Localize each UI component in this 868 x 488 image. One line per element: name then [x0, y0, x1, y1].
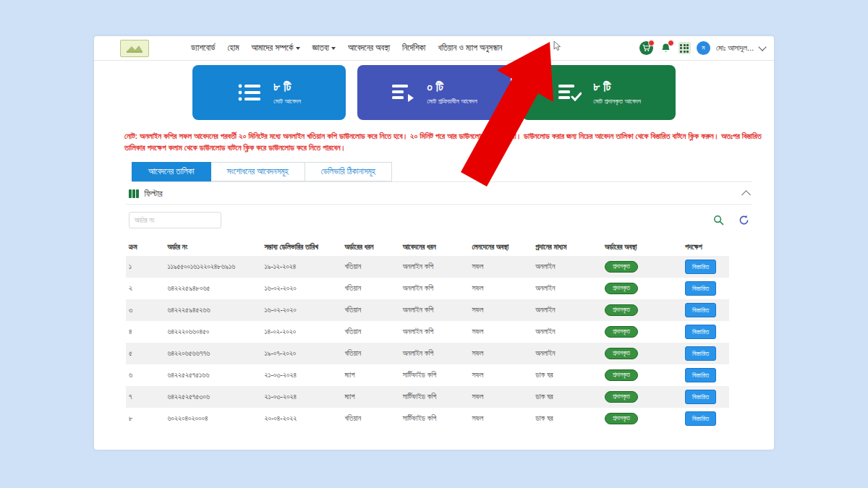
column-header: লেনদেনের অবস্থা	[469, 239, 532, 256]
table-cell: ৬৪২২০৬৫৬৬৭৭৬	[164, 343, 261, 364]
card-total-applications[interactable]: ৮ টিমোট আবেদন	[192, 65, 346, 120]
nav-item-guideline[interactable]: নির্দেশিকা	[402, 43, 425, 53]
table-cell: সফল	[469, 256, 532, 278]
table-row: ৩৬৪২২২৫৯৪৫২৬৬১৬-০২-২০২০খতিয়ানঅনলাইন কপি…	[126, 299, 729, 321]
applications-table: ক্রমঅর্ডার নংসম্ভাব্য ডেলিভারির তারিখঅর্…	[126, 239, 729, 429]
user-name: মোঃ আসাদুল...	[716, 43, 754, 53]
column-header: সম্ভাব্য ডেলিভারির তারিখ	[261, 239, 341, 256]
table-row: ৮৬০২২০৪০২০০০৪২০-০৪-২০২২খতিয়ানসার্টিফাইড…	[126, 408, 729, 429]
details-button[interactable]: বিস্তারিত	[685, 325, 716, 339]
table-cell: ৩	[126, 299, 164, 321]
action-cell: বিস্তারিত	[682, 321, 729, 343]
tab-delivery-addresses[interactable]: ডেলিভারি ঠিকানাসমূহ	[305, 162, 392, 181]
action-cell: বিস্তারিত	[682, 278, 729, 299]
summary-cards: ৮ টিমোট আবেদন ০ টিমোট প্রক্রিয়াধীন আবেদ…	[94, 65, 774, 120]
nav-item-application-status[interactable]: আবেদনের অবস্থা	[348, 43, 390, 53]
avatar-letter: ম	[702, 44, 705, 52]
refresh-icon[interactable]	[739, 215, 749, 226]
order-status-cell: প্রদানকৃত	[602, 386, 682, 408]
details-button[interactable]: বিস্তারিত	[685, 260, 716, 274]
table-row: ৫৬৪২২০৬৫৬৬৭৭৬১৯-০৭-২০২০খতিয়ানঅনলাইন কপি…	[126, 343, 729, 364]
notifications-button[interactable]	[659, 41, 673, 55]
table-row: ৭৬৪২২৫২৫৭৫৩০৬২১-০৩-২০২৪ম্যাপসার্টিফাইড ক…	[126, 386, 729, 408]
action-cell: বিস্তারিত	[682, 299, 729, 321]
order-status-cell: প্রদানকৃত	[602, 408, 682, 429]
status-badge: প্রদানকৃত	[605, 261, 638, 273]
table-cell: ২০-০৪-২০২২	[261, 408, 341, 429]
table-cell: ২১-০৩-২০২৪	[261, 386, 341, 408]
nav-item-about[interactable]: আমাদের সম্পর্কে	[251, 43, 299, 53]
nav-menu: ড্যাশবোর্ড হোম আমাদের সম্পর্কে জ্ঞাতব্য …	[191, 43, 502, 53]
action-cell: বিস্তারিত	[682, 256, 729, 278]
apps-grid-icon[interactable]	[678, 42, 691, 54]
navbar-right: ম মোঃ আসাদুল...	[639, 41, 765, 55]
card-delivered-applications[interactable]: ৮ টিমোট প্রদানকৃত আবেদন	[522, 65, 676, 120]
card-processing-applications[interactable]: ০ টিমোট প্রক্রিয়াধীন আবেদন	[357, 65, 511, 120]
tab-bar: আবেদনের তালিকা সংশোধনের আবেদনসমূহ ডেলিভা…	[132, 162, 752, 182]
table-cell: অনলাইন কপি	[400, 299, 469, 321]
nav-item-label: আমাদের সম্পর্কে	[251, 43, 293, 53]
column-header: অর্ডার নং	[164, 239, 261, 256]
logo-glyph	[125, 43, 144, 53]
chevron-down-icon	[331, 47, 336, 50]
filter-bars-icon	[129, 189, 139, 198]
applications-tbody: ১১১৯৫৫০০১৬১২২০২৪৮৬৯১৬১৯-১২-২০২৪খতিয়ানঅন…	[126, 256, 729, 429]
details-button[interactable]: বিস্তারিত	[685, 281, 716, 296]
card-label: মোট আবেদন	[273, 97, 301, 106]
table-cell: ২১-০৩-২০২৪	[261, 364, 341, 386]
details-button[interactable]: বিস্তারিত	[685, 303, 716, 317]
tab-application-list[interactable]: আবেদনের তালিকা	[132, 162, 211, 181]
nav-item-label: জ্ঞাতব্য	[312, 43, 330, 53]
table-cell: খতিয়ান	[341, 299, 399, 321]
avatar[interactable]: ম	[697, 41, 710, 55]
nav-item-dashboard[interactable]: ড্যাশবোর্ড	[191, 43, 215, 53]
status-badge: প্রদানকৃত	[605, 348, 638, 359]
table-cell: অনলাইন কপি	[400, 278, 469, 299]
table-cell: অনলাইন	[532, 299, 602, 321]
table-cell: সফল	[469, 278, 532, 299]
nav-item-home[interactable]: হোম	[227, 43, 239, 53]
table-cell: ৪	[126, 321, 164, 343]
order-status-cell: প্রদানকৃত	[602, 256, 682, 278]
table-cell: সার্টিফাইড কপি	[400, 364, 469, 386]
order-status-cell: প্রদানকৃত	[602, 321, 682, 343]
table-cell: খতিয়ান	[341, 256, 399, 278]
status-badge: প্রদানকৃত	[605, 413, 638, 424]
table-cell: সফল	[469, 321, 532, 343]
order-no-input[interactable]	[129, 212, 221, 228]
table-cell: ৫	[126, 343, 164, 364]
list-play-icon	[391, 82, 415, 103]
page-container: ড্যাশবোর্ড হোম আমাদের সম্পর্কে জ্ঞাতব্য …	[94, 36, 774, 450]
column-header: পদক্ষেপ	[682, 239, 729, 256]
table-cell: খতিয়ান	[341, 343, 399, 364]
table-cell: ৬৪২২২৫৯৪৮০৬৫	[164, 278, 261, 299]
details-button[interactable]: বিস্তারিত	[685, 411, 716, 426]
nav-item-khatian-map-search[interactable]: খতিয়ান ও ম্যাপ অনুসন্ধান	[438, 43, 502, 53]
nav-item-label: হোম	[227, 43, 239, 53]
cart-button[interactable]	[639, 41, 653, 55]
column-header: অর্ডারের ধরন	[341, 239, 399, 256]
download-note: নোট: অনলাইন কপির সফল আবেদনের পরবর্তী ২০ …	[124, 131, 762, 154]
tab-correction-applications[interactable]: সংশোধনের আবেদনসমূহ	[211, 162, 305, 181]
order-status-cell: প্রদানকৃত	[602, 343, 682, 364]
table-row: ৪৬৪২২২০৬৬০৪৫০১৪-০২-২০২০খতিয়ানঅনলাইন কপি…	[126, 321, 729, 343]
column-header: প্রদানের মাধ্যম	[532, 239, 602, 256]
card-count: ৮ টি	[593, 80, 641, 95]
table-cell: খতিয়ান	[341, 321, 399, 343]
action-cell: বিস্তারিত	[682, 343, 729, 364]
eporcha-logo[interactable]	[120, 40, 149, 57]
table-cell: ৭	[126, 386, 164, 408]
table-cell: ৬৪২২২০৬৬০৪৫০	[164, 321, 261, 343]
table-cell: ডাক ঘর	[532, 364, 602, 386]
details-button[interactable]: বিস্তারিত	[685, 390, 716, 404]
search-icon[interactable]	[713, 215, 724, 226]
user-menu-chevron-down-icon[interactable]	[758, 43, 766, 51]
table-header-row: ক্রমঅর্ডার নংসম্ভাব্য ডেলিভারির তারিখঅর্…	[126, 239, 729, 256]
nav-item-know[interactable]: জ্ঞাতব্য	[312, 43, 336, 53]
details-button[interactable]: বিস্তারিত	[685, 346, 716, 361]
nav-item-label: ড্যাশবোর্ড	[191, 43, 215, 53]
table-cell: সার্টিফাইড কপি	[400, 386, 469, 408]
collapse-chevron-up-icon[interactable]	[741, 191, 751, 200]
order-status-cell: প্রদানকৃত	[602, 364, 682, 386]
details-button[interactable]: বিস্তারিত	[685, 368, 716, 382]
